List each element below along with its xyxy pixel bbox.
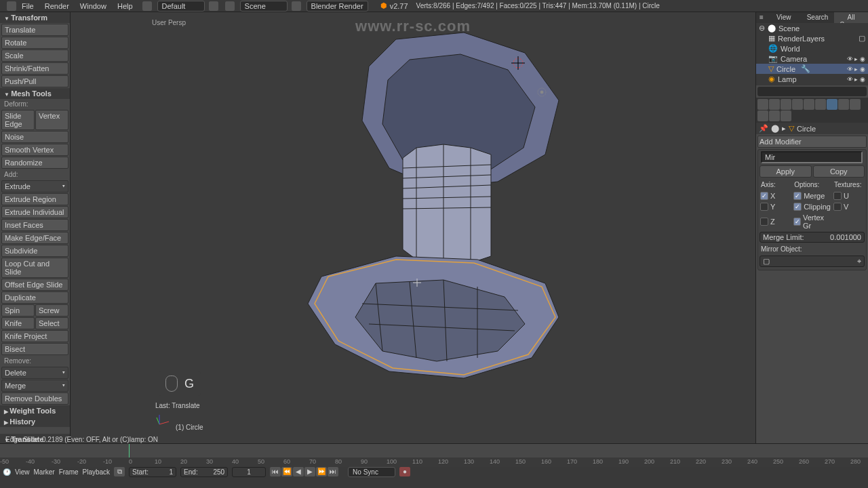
blender-icon[interactable]	[7, 1, 16, 11]
current-frame-input[interactable]: 1	[232, 467, 266, 477]
menu-help[interactable]: Help	[112, 1, 138, 12]
add-scene-icon[interactable]	[292, 1, 301, 11]
timeline-editor-icon[interactable]: 🕐	[3, 468, 11, 476]
pin-icon[interactable]: 📌	[759, 124, 768, 133]
range-icon[interactable]: ⧉	[114, 467, 125, 476]
offset-edge-button[interactable]: Offset Edge Slide	[1, 279, 68, 291]
prop-physics-icon[interactable]	[781, 110, 791, 121]
delete-dropdown[interactable]: Delete	[1, 367, 68, 379]
extrude-individual-button[interactable]: Extrude Individual	[1, 206, 68, 218]
outliner-renderlayers[interactable]: RenderLayers	[778, 35, 825, 43]
remove-doubles-button[interactable]: Remove Doubles	[1, 392, 68, 405]
keyframe-next-icon[interactable]: ⏩	[316, 467, 327, 476]
outliner-tab-search[interactable]: Search	[801, 12, 835, 23]
prop-object-icon[interactable]	[804, 99, 814, 110]
timeline-ruler[interactable]: -50-40-30-20-100102030405060708090100110…	[0, 458, 868, 467]
history-header[interactable]: History	[0, 416, 70, 427]
scene-icon[interactable]	[225, 1, 235, 11]
extrude-dropdown[interactable]: Extrude	[1, 180, 68, 192]
noise-button[interactable]: Noise	[1, 131, 68, 143]
autokey-icon[interactable]: ●	[399, 467, 410, 476]
mirror-object-input[interactable]: ▢⌖	[760, 256, 865, 267]
3d-viewport[interactable]: www.rr-sc.com User Persp	[71, 12, 755, 443]
axis-x-checkbox[interactable]	[760, 192, 768, 200]
jump-end-icon[interactable]: ⏭	[328, 467, 338, 476]
timeline-menu-playback[interactable]: Playback	[83, 468, 111, 476]
modifier-name-input[interactable]	[761, 151, 863, 163]
knife-project-button[interactable]: Knife Project	[1, 330, 68, 342]
prop-texture-icon[interactable]	[757, 110, 768, 121]
prop-constraints-icon[interactable]	[815, 99, 826, 110]
slide-vertex-button[interactable]: Vertex	[35, 110, 68, 130]
outliner-tab-view[interactable]: View	[767, 12, 801, 23]
mesh-icon[interactable]: ▽	[768, 64, 774, 73]
prop-particles-icon[interactable]	[769, 110, 780, 121]
vertexgr-checkbox[interactable]	[793, 218, 801, 226]
camera-icon[interactable]: 📷	[768, 54, 778, 63]
play-reverse-icon[interactable]: ◀	[293, 467, 304, 476]
slide-edge-button[interactable]: Slide Edge	[1, 110, 35, 130]
loop-cut-button[interactable]: Loop Cut and Slide	[1, 258, 68, 278]
prop-material-icon[interactable]	[850, 99, 861, 110]
outliner-tab-all[interactable]: All Scenes	[834, 12, 868, 23]
end-frame-input[interactable]: End:250	[180, 467, 228, 477]
timeline-cursor[interactable]	[129, 444, 130, 458]
outliner-lamp[interactable]: Lamp	[778, 75, 797, 83]
make-edgeface-button[interactable]: Make Edge/Face	[1, 232, 68, 244]
sync-dropdown[interactable]: No Sync	[348, 467, 395, 477]
weight-tools-header[interactable]: Weight Tools	[0, 405, 70, 416]
breadcrumb-scene-icon[interactable]: ⬤	[771, 124, 779, 133]
inset-faces-button[interactable]: Inset Faces	[1, 219, 68, 231]
world-icon[interactable]: 🌐	[768, 44, 778, 53]
timeline-menu-frame[interactable]: Frame	[59, 468, 79, 476]
randomize-button[interactable]: Randomize	[1, 157, 68, 169]
scale-button[interactable]: Scale	[1, 49, 68, 62]
lamp-icon[interactable]: ◉	[768, 75, 775, 83]
bisect-button[interactable]: Bisect	[1, 343, 68, 355]
renderlayers-icon[interactable]: ▦	[768, 34, 775, 43]
back-icon[interactable]	[142, 1, 152, 11]
add-modifier-button[interactable]: Add Modifier	[757, 136, 867, 148]
prop-data-icon[interactable]	[838, 99, 849, 110]
prop-scene-icon[interactable]	[781, 99, 791, 110]
copy-button[interactable]: Copy	[813, 165, 865, 178]
keyframe-prev-icon[interactable]: ⏪	[281, 467, 292, 476]
outliner-scene[interactable]: Scene	[778, 24, 800, 33]
play-icon[interactable]: ▶	[304, 467, 315, 476]
clipping-checkbox[interactable]	[793, 203, 802, 211]
layout-preset-dropdown[interactable]: Default	[157, 1, 205, 12]
axis-z-checkbox[interactable]	[760, 218, 768, 226]
scene-dropdown[interactable]: Scene	[240, 1, 288, 12]
outliner-circle[interactable]: Circle	[776, 65, 795, 73]
modifier-wrench-icon[interactable]: 🔧	[801, 64, 810, 73]
knife-button[interactable]: Knife	[1, 317, 35, 329]
menu-window[interactable]: Window	[75, 1, 112, 12]
select-button[interactable]: Select	[35, 317, 68, 329]
timeline-track[interactable]	[0, 444, 868, 458]
prop-renderlayers-icon[interactable]	[769, 99, 780, 110]
tex-u-checkbox[interactable]	[833, 192, 842, 200]
translate-button[interactable]: Translate	[1, 24, 68, 36]
outliner-world[interactable]: World	[781, 45, 800, 53]
duplicate-button[interactable]: Duplicate	[1, 291, 68, 304]
renderlayers-toggle-icon[interactable]: ▢	[859, 34, 865, 43]
axis-y-checkbox[interactable]	[760, 203, 768, 211]
smooth-vertex-button[interactable]: Smooth Vertex	[1, 144, 68, 156]
transform-header[interactable]: Transform	[0, 12, 70, 23]
tex-v-checkbox[interactable]	[833, 203, 842, 211]
menu-render[interactable]: Render	[39, 1, 75, 12]
add-layout-icon[interactable]	[209, 1, 218, 11]
spin-button[interactable]: Spin	[1, 304, 35, 317]
eyedropper-icon[interactable]: ⌖	[857, 257, 861, 266]
start-frame-input[interactable]: Start:1	[129, 467, 176, 477]
screw-button[interactable]: Screw	[35, 304, 68, 317]
prop-world-icon[interactable]	[792, 99, 803, 110]
render-engine-dropdown[interactable]: Blender Render	[307, 1, 368, 12]
subdivide-button[interactable]: Subdivide	[1, 245, 68, 257]
outliner-camera[interactable]: Camera	[781, 55, 807, 63]
shrink-fatten-button[interactable]: Shrink/Fatten	[1, 62, 68, 75]
apply-button[interactable]: Apply	[760, 165, 812, 178]
scene-collapse-icon[interactable]: ⊖	[759, 24, 765, 33]
mesh-tools-header[interactable]: Mesh Tools	[0, 88, 70, 99]
rotate-button[interactable]: Rotate	[1, 37, 68, 49]
